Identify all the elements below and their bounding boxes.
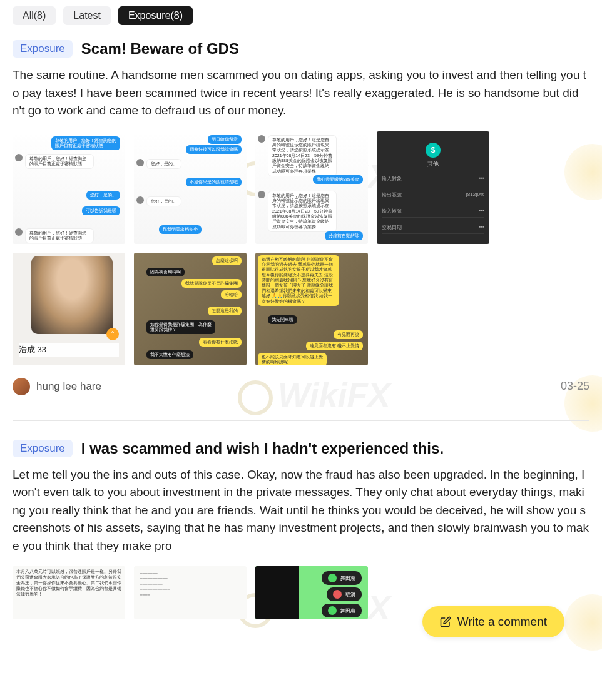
- write-comment-button[interactable]: Write a comment: [422, 606, 564, 637]
- doc-text: ━━━━━━━━━━━━━━━━━━━━━━━━━━━━━━━━━━━━━━━━…: [140, 571, 240, 597]
- screenshot-thumb[interactable]: 本月六八萬元時可以領錢，跟普通賬戶是一樣。另外我們公司還會跟大家承諾合約也為了保…: [13, 566, 125, 619]
- call-bubble: 舞田惠: [322, 571, 362, 585]
- tab-exposure[interactable]: Exposure(8): [118, 6, 193, 25]
- chat-bubble: 尊敬的用戶，您好！經查詢您的賬戶目前正處于審核狀態: [25, 154, 94, 170]
- chat-bubble: 尊敬的用戶，您好！這是您自身的帳號提示您的賬戶出現異常狀況，請您按照系統提示在2…: [268, 135, 337, 177]
- post-body: The same routine. A handsome men scammed…: [13, 66, 589, 120]
- chat-bubble: 我就覺說你是不是詐騙集團: [181, 279, 242, 288]
- form-row: 輸入對象▪▪▪: [382, 175, 484, 185]
- avatar-icon: [258, 135, 265, 143]
- chat-sidebar: [255, 566, 299, 619]
- doc-text: 本月六八萬元時可以領錢，跟普通賬戶是一樣。另外我們公司還會跟大家承諾合約也為了保…: [16, 569, 121, 597]
- image-grid: 尊敬的用戶，您好！經查詢您的賬戶目前正處于審核狀態 尊敬的用戶，您好！經查詢您的…: [13, 131, 589, 365]
- screenshot-thumb[interactable]: 舞田惠 取消 舞田惠: [255, 566, 368, 619]
- chat-bubble: 您好，是的。: [146, 159, 181, 169]
- photo-caption: 浩成 33: [19, 343, 119, 357]
- edit-icon: [440, 616, 451, 627]
- post: Exposure Scam! Beware of GDS The same ro…: [13, 40, 589, 395]
- exposure-badge: Exposure: [13, 40, 73, 58]
- tab-all[interactable]: All(8): [13, 6, 56, 25]
- screenshot-thumb[interactable]: $ 其他 輸入對象▪▪▪ 輸出賬號[812]0% 輸入帳號▪▪▪ 交易日期▪▪▪: [377, 131, 489, 244]
- call-bubble: 舞田惠: [322, 604, 362, 617]
- author-row: hung lee hare 03-25: [13, 378, 589, 395]
- tab-latest[interactable]: Latest: [63, 6, 111, 25]
- chat-bubble: 尊敬的用戶，您好！經查詢您的賬戶目前正處于審核狀態: [25, 228, 94, 244]
- chat-bubble: 尊敬的用戶，您好！經查詢您的賬戶目前正處于審核狀態: [51, 136, 120, 151]
- chat-bubble: 您好，是的。: [86, 191, 120, 200]
- form-row: 輸出賬號[812]0%: [382, 191, 484, 201]
- exposure-badge: Exposure: [13, 440, 73, 457]
- chat-bubble: 那我明天出档多少: [159, 225, 202, 234]
- chat-bubble: 也不能説見面才知道可以碰上愛情的啊妳說呢: [258, 353, 327, 365]
- chat-bubble: 不過你只是的話就清楚吧: [186, 178, 242, 186]
- chat-bubble: 可以告訴我是哪: [82, 206, 120, 215]
- chat-bubble: 分鐘前自動解除: [325, 231, 363, 240]
- chat-bubble: 如你覺得我是詐騙集團，為什麼還要跟我聊？: [146, 320, 215, 335]
- person-photo: [31, 256, 113, 334]
- avatar-icon: [15, 228, 23, 236]
- chat-bubble: 尊敬的用戶，您好！這是您自身的帳號提示您的賬戶出現異常狀況，請您按照系統提示在2…: [268, 191, 337, 233]
- chat-bubble: 調整好後可以跟我說會嗎: [186, 145, 242, 154]
- chat-bubble: 怎麼這是我的: [208, 307, 242, 315]
- post-body: Let me tell you the ins and outs of this…: [13, 466, 589, 555]
- fab-icon: ^: [106, 328, 119, 340]
- avatar-icon: [15, 154, 23, 161]
- chat-bubble: 我先開車啦: [268, 315, 297, 324]
- author-avatar[interactable]: [13, 378, 30, 395]
- money-icon: $: [426, 143, 441, 158]
- form-row: 輸入帳號▪▪▪: [382, 208, 484, 218]
- chat-bubble: 哈哈哈: [221, 290, 242, 299]
- post-date: 03-25: [561, 380, 589, 393]
- screenshot-thumb[interactable]: 怎麼這樣啊 因為我會期待啊 我就覺說你是不是詐騙集團 哈哈哈 怎麼這是我的 如你…: [134, 253, 247, 365]
- filter-tabs: All(8) Latest Exposure(8): [13, 6, 589, 25]
- divider: [13, 420, 589, 421]
- label: 其他: [427, 160, 439, 168]
- chat-bubble: 連見面都沒有 碰不上愛情: [306, 342, 363, 350]
- screenshot-thumb[interactable]: 明日給你留意 調整好後可以跟我說會嗎 您好，是的。 不過你只是的話就清楚吧 您好…: [134, 131, 247, 244]
- avatar-icon: [136, 196, 144, 204]
- chat-bubble: 怎麼這樣啊: [212, 256, 242, 265]
- call-bubble: 取消: [327, 587, 362, 601]
- author-name[interactable]: hung lee hare: [36, 380, 101, 393]
- form-row: 交易日期▪▪▪: [382, 224, 484, 234]
- screenshot-thumb[interactable]: ^ 浩成 33: [13, 253, 125, 365]
- post: Exposure I was scammed and wish I hadn't…: [13, 440, 589, 620]
- chat-bubble: 您好，是的。: [146, 196, 181, 206]
- chat-bubble: 因為我會期待啊: [146, 268, 185, 276]
- chat-bubble: 看看你有什麼把戲: [199, 338, 242, 347]
- avatar-icon: [258, 191, 265, 198]
- avatar-icon: [136, 159, 144, 166]
- post-title[interactable]: Scam! Beware of GDS: [81, 40, 239, 58]
- chat-bubble: 都還在相互瞭解的階段 但謝謝你不會介意我的過去過去 我感覺你就是一個很順貼很成熟…: [258, 255, 339, 307]
- chat-bubble: 我们需要缴纳888美金: [313, 175, 363, 184]
- screenshot-thumb[interactable]: 都還在相互瞭解的階段 但謝謝你不會介意我的過去過去 我感覺你就是一個很順貼很成熟…: [255, 253, 368, 365]
- write-comment-label: Write a comment: [457, 615, 547, 629]
- chat-bubble: 有見面再說: [334, 330, 363, 339]
- screenshot-thumb[interactable]: 尊敬的用戶，您好！經查詢您的賬戶目前正處于審核狀態 尊敬的用戶，您好！經查詢您的…: [13, 131, 125, 244]
- post-title[interactable]: I was scammed and wish I hadn't experien…: [81, 440, 444, 457]
- chat-bubble: 我不太懂有什麼想法: [146, 350, 193, 359]
- screenshot-thumb[interactable]: 尊敬的用戶，您好！這是您自身的帳號提示您的賬戶出現異常狀況，請您按照系統提示在2…: [255, 131, 368, 244]
- chat-bubble: 明日給你留意: [208, 135, 242, 144]
- screenshot-thumb[interactable]: ━━━━━━━━━━━━━━━━━━━━━━━━━━━━━━━━━━━━━━━━…: [134, 566, 247, 619]
